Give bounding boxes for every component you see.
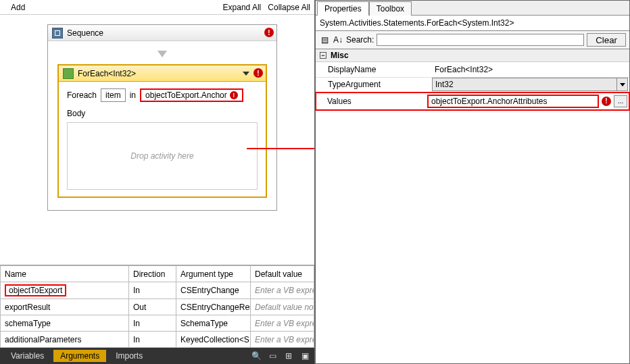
values-input[interactable]: objectToExport.AnchorAttributes	[427, 95, 599, 108]
col-name[interactable]: Name	[1, 266, 129, 282]
in-label: in	[130, 90, 136, 100]
tab-arguments[interactable]: Arguments	[53, 350, 106, 362]
tab-variables[interactable]: Variables	[4, 350, 51, 362]
foreach-title: ForEach<Int32>	[78, 69, 136, 78]
values-label: Values	[318, 97, 427, 106]
arg-type-cell[interactable]: CSEntryChange	[176, 282, 251, 299]
arg-name-cell[interactable]: objectToExport	[1, 282, 129, 299]
bottom-tabs: Variables Arguments Imports 🔍 ▭ ⊞ ▣	[0, 348, 314, 364]
tab-imports[interactable]: Imports	[109, 350, 149, 362]
displayname-label: DisplayName	[316, 62, 431, 77]
properties-pane: Properties Toolbox System.Activities.Sta…	[315, 0, 630, 364]
collapse-all-link[interactable]: Collapse All	[268, 3, 310, 12]
chevron-down-icon[interactable]	[243, 72, 249, 76]
arg-name-cell[interactable]: schemaType	[1, 315, 129, 332]
col-type[interactable]: Argument type	[176, 266, 251, 282]
designer-toolbar: Add Expand All Collapse All	[0, 0, 314, 15]
arguments-grid[interactable]: Name Direction Argument type Default val…	[0, 265, 314, 348]
arg-default-cell[interactable]: Enter a VB express	[251, 315, 314, 332]
prop-row-typeargument[interactable]: TypeArgument Int32	[316, 77, 629, 92]
typeargument-combo[interactable]: Int32	[432, 78, 628, 91]
argument-row[interactable]: schemaTypeInSchemaTypeEnter a VB express	[1, 315, 314, 332]
search-label: Search:	[346, 35, 374, 45]
col-default[interactable]: Default value	[251, 266, 314, 282]
arg-name-cell[interactable]: additionalParameters	[1, 332, 129, 348]
prop-row-values[interactable]: Values objectToExport.AnchorAttributes !…	[316, 92, 629, 110]
arg-direction-cell[interactable]: Out	[129, 299, 176, 315]
designer-surface[interactable]: Sequence ! ForEach<Int32> !	[0, 15, 314, 265]
col-direction[interactable]: Direction	[129, 266, 176, 282]
arg-default-cell[interactable]: Enter a VB express	[251, 282, 314, 299]
connector-arrow-icon	[158, 51, 167, 57]
arg-direction-cell[interactable]: In	[129, 315, 176, 332]
in-expression-input[interactable]: objectToExport.Anchor !	[140, 88, 243, 102]
annotation-arrow	[247, 148, 314, 149]
argument-row[interactable]: objectToExportInCSEntryChangeEnter a VB …	[1, 282, 314, 299]
error-icon[interactable]: !	[264, 28, 274, 37]
arg-type-cell[interactable]: SchemaType	[176, 315, 251, 332]
add-link[interactable]: Add	[11, 3, 25, 12]
error-icon[interactable]: !	[230, 91, 238, 99]
foreach-activity[interactable]: ForEach<Int32> ! Foreach item in objectT…	[57, 64, 267, 198]
argument-row[interactable]: exportResultOutCSEntryChangeResDefault v…	[1, 299, 314, 315]
overview-icon[interactable]: ⊞	[283, 350, 294, 361]
sequence-title: Sequence	[67, 28, 103, 38]
sequence-activity[interactable]: Sequence ! ForEach<Int32> !	[47, 24, 277, 211]
error-icon[interactable]: !	[602, 97, 611, 106]
fit-icon[interactable]: ▣	[299, 350, 310, 361]
arg-name-cell[interactable]: exportResult	[1, 299, 129, 315]
tab-properties[interactable]: Properties	[317, 1, 369, 16]
collapse-icon[interactable]: −	[320, 52, 326, 59]
arg-type-cell[interactable]: CSEntryChangeRes	[176, 299, 251, 315]
typeargument-label: TypeArgument	[316, 77, 431, 92]
arg-default-cell[interactable]: Enter a VB express	[251, 332, 314, 348]
arg-direction-cell[interactable]: In	[129, 282, 176, 299]
properties-tabs: Properties Toolbox	[316, 1, 629, 16]
foreach-header[interactable]: ForEach<Int32> !	[59, 66, 266, 82]
expand-all-link[interactable]: Expand All	[223, 3, 262, 12]
tab-toolbox[interactable]: Toolbox	[369, 1, 412, 16]
sequence-header[interactable]: Sequence !	[48, 25, 276, 41]
argument-row[interactable]: additionalParametersInKeyedCollection<SE…	[1, 332, 314, 348]
body-drop-zone[interactable]: Drop activity here	[67, 122, 258, 190]
displayname-value[interactable]: ForEach<Int32>	[431, 62, 629, 77]
item-input[interactable]: item	[101, 88, 126, 102]
arg-direction-cell[interactable]: In	[129, 332, 176, 348]
body-label: Body	[67, 109, 258, 118]
search-input[interactable]	[377, 34, 584, 46]
category-misc[interactable]: − Misc	[316, 49, 629, 62]
foreach-icon	[63, 68, 74, 79]
zoom-icon[interactable]: ▭	[267, 350, 278, 361]
designer-pane: Add Expand All Collapse All Sequence !	[0, 0, 315, 364]
prop-row-displayname[interactable]: DisplayName ForEach<Int32>	[316, 62, 629, 77]
arguments-header-row: Name Direction Argument type Default val…	[1, 266, 314, 282]
categorize-icon[interactable]: ▤	[319, 35, 330, 45]
sequence-icon	[52, 28, 63, 38]
ellipsis-button[interactable]: ...	[614, 95, 627, 107]
search-icon[interactable]: 🔍	[251, 350, 262, 361]
sort-icon[interactable]: A↓	[333, 35, 343, 45]
arg-type-cell[interactable]: KeyedCollection<S	[176, 332, 251, 348]
clear-button[interactable]: Clear	[587, 33, 626, 47]
error-icon[interactable]: !	[253, 68, 263, 78]
arg-default-cell[interactable]: Default value not su	[251, 299, 314, 315]
search-row: ▤ A↓ Search: Clear	[316, 31, 629, 49]
foreach-label: Foreach	[67, 90, 97, 100]
chevron-down-icon[interactable]	[616, 78, 627, 90]
selection-breadcrumb: System.Activities.Statements.ForEach<Sys…	[316, 16, 629, 31]
